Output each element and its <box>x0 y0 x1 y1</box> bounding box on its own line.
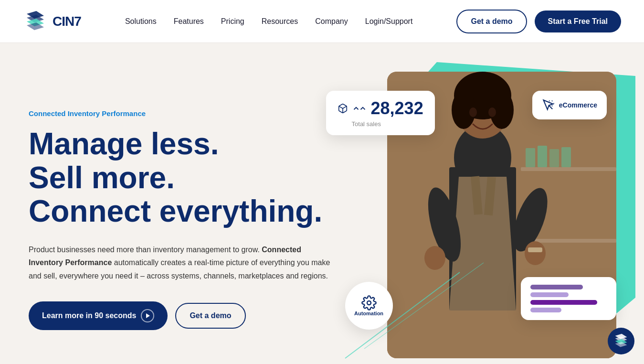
svg-point-30 <box>367 301 371 305</box>
chart-bars <box>530 285 607 312</box>
chart-bar-1 <box>530 285 583 289</box>
floating-logo-badge[interactable] <box>608 328 634 354</box>
chart-bar-row <box>530 292 607 297</box>
ecommerce-card: eCommerce <box>532 91 607 119</box>
nav-resources[interactable]: Resources <box>262 17 298 26</box>
svg-rect-10 <box>526 148 535 167</box>
hero-section: Connected Inventory Performance Manage l… <box>0 43 644 364</box>
nav-company[interactable]: Company <box>315 17 348 26</box>
logo[interactable]: CIN7 <box>23 9 81 34</box>
header: CIN7 Solutions Features Pricing Resource… <box>0 0 644 43</box>
svg-point-27 <box>469 107 477 117</box>
learn-more-button[interactable]: Learn more in 90 seconds <box>29 301 168 330</box>
learn-more-label: Learn more in 90 seconds <box>42 311 136 320</box>
chart-bar-3 <box>530 300 597 305</box>
svg-rect-7 <box>521 167 616 171</box>
arrows-up2-icon <box>359 104 367 113</box>
svg-rect-11 <box>538 146 547 167</box>
play-icon <box>141 309 154 322</box>
header-actions: Get a demo Start a Free Trial <box>456 10 621 33</box>
svg-point-28 <box>488 107 496 117</box>
nav-login-support[interactable]: Login/Support <box>365 17 413 26</box>
main-nav: Solutions Features Pricing Resources Com… <box>125 17 412 26</box>
chart-bar-row <box>530 300 607 305</box>
sales-label: Total sales <box>352 120 381 128</box>
sales-number: 28,232 <box>371 98 423 118</box>
hero-get-demo-button[interactable]: Get a demo <box>175 303 245 329</box>
chart-bar-row <box>530 308 607 312</box>
headline-line2: Sell more. <box>29 161 175 195</box>
chart-bar-2 <box>530 292 569 297</box>
chart-bar-4 <box>530 308 561 312</box>
hero-ctas: Learn more in 90 seconds Get a demo <box>29 301 336 330</box>
nav-pricing[interactable]: Pricing <box>221 17 244 26</box>
automation-card: Automation <box>345 282 393 330</box>
nav-solutions[interactable]: Solutions <box>125 17 157 26</box>
hero-body-intro: Product businesses need more than invent… <box>29 246 262 254</box>
logo-icon <box>23 9 48 34</box>
get-demo-button[interactable]: Get a demo <box>456 10 527 33</box>
sales-card: 28,232 Total sales <box>326 91 435 135</box>
cursor-star-icon <box>542 98 555 112</box>
logo-text: CIN7 <box>53 14 81 29</box>
svg-point-24 <box>424 246 445 270</box>
gear-icon <box>361 295 377 310</box>
hero-right: 28,232 Total sales eCommerce <box>355 72 621 364</box>
chart-card <box>521 277 616 320</box>
hero-left: Connected Inventory Performance Manage l… <box>29 109 355 330</box>
start-trial-button[interactable]: Start a Free Trial <box>535 11 621 32</box>
nav-features[interactable]: Features <box>174 17 204 26</box>
headline-line3: Connect everything. <box>29 194 322 228</box>
svg-rect-13 <box>561 147 571 167</box>
headline-line1: Manage less. <box>29 127 219 161</box>
ecommerce-label: eCommerce <box>559 101 597 109</box>
svg-point-25 <box>525 241 546 265</box>
hero-headline: Manage less. Sell more. Connect everythi… <box>29 127 336 228</box>
box-icon <box>338 103 348 114</box>
chart-bar-row <box>530 285 607 289</box>
hero-eyebrow: Connected Inventory Performance <box>29 109 336 118</box>
hero-body: Product businesses need more than invent… <box>29 243 336 282</box>
svg-rect-26 <box>528 247 542 252</box>
svg-rect-12 <box>549 149 559 167</box>
automation-label: Automation <box>354 310 383 316</box>
